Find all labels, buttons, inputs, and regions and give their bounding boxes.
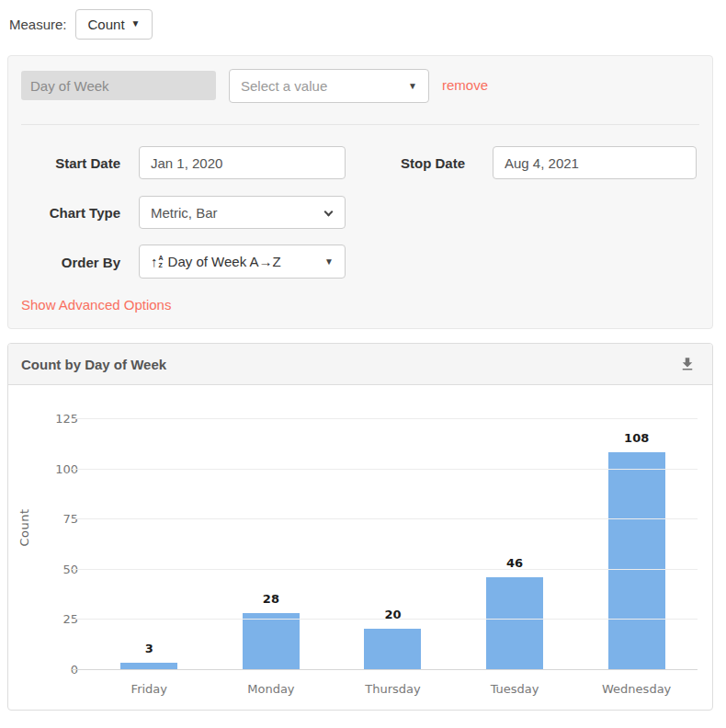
dropdown-arrow-icon: ▼ xyxy=(324,256,334,267)
bar-wednesday xyxy=(608,452,665,669)
y-ticks: 0255075100125 xyxy=(8,418,78,669)
bar-slot-friday: 3 xyxy=(88,418,210,669)
filter-panel: Select a value ▼ remove Start Date Stop … xyxy=(7,55,713,329)
gridline-100 xyxy=(72,469,698,470)
bar-value-label-tuesday: 46 xyxy=(506,556,523,570)
chart-title: Count by Day of Week xyxy=(21,357,166,372)
bar-thursday xyxy=(364,629,421,669)
caret-down-icon: ▼ xyxy=(131,19,141,28)
remove-filter-link[interactable]: remove xyxy=(442,77,488,93)
measure-dropdown-button[interactable]: Count ▼ xyxy=(75,9,153,40)
divider xyxy=(21,124,699,125)
chart-type-select[interactable]: Metric, Bar xyxy=(139,196,346,229)
measure-dropdown-value: Count xyxy=(88,17,125,32)
gridline-25 xyxy=(72,619,698,620)
bar-slot-wednesday: 108 xyxy=(575,418,698,669)
plot-area: 3282046108 xyxy=(88,418,698,669)
x-axis-label-monday: Monday xyxy=(210,682,333,697)
chevron-down-icon xyxy=(324,208,334,217)
gridline-50 xyxy=(72,569,698,570)
chart-panel: Count by Day of Week Count 0255075100125… xyxy=(7,343,713,711)
chart-body: Count 0255075100125 3282046108 FridayMon… xyxy=(8,385,712,710)
sort-alpha-ascending-icon: ↑ A Z xyxy=(151,255,164,268)
bar-value-label-monday: 28 xyxy=(263,592,279,606)
gridline-75 xyxy=(72,518,698,519)
chart-header: Count by Day of Week xyxy=(8,344,712,385)
bar-tuesday xyxy=(486,577,543,669)
bar-slot-tuesday: 46 xyxy=(454,418,576,669)
measure-label: Measure: xyxy=(9,17,67,32)
order-by-label: Order By xyxy=(21,255,120,270)
x-axis-label-friday: Friday xyxy=(88,682,210,697)
order-by-select[interactable]: ↑ A Z Day of Week A→Z ▼ xyxy=(139,245,346,279)
show-advanced-options-link[interactable]: Show Advanced Options xyxy=(21,297,171,313)
stop-date-input[interactable] xyxy=(493,146,697,179)
page: Measure: Count ▼ Select a value ▼ remove… xyxy=(0,0,726,728)
x-axis-label-wednesday: Wednesday xyxy=(575,682,698,697)
measure-row: Measure: Count ▼ xyxy=(9,7,153,40)
stop-date-label: Stop Date xyxy=(367,155,465,171)
filter-field-input[interactable] xyxy=(21,71,216,100)
start-date-label: Start Date xyxy=(21,155,120,171)
x-axis-label-tuesday: Tuesday xyxy=(454,682,576,697)
bar-value-label-wednesday: 108 xyxy=(624,431,649,445)
filter-value-placeholder: Select a value xyxy=(241,78,327,94)
filter-value-select[interactable]: Select a value ▼ xyxy=(229,69,429,103)
download-button[interactable] xyxy=(675,352,699,376)
bar-value-label-friday: 3 xyxy=(145,642,153,655)
bar-slot-thursday: 20 xyxy=(332,418,454,669)
x-axis-label-thursday: Thursday xyxy=(332,682,454,697)
chart-type-value: Metric, Bar xyxy=(151,205,218,221)
dropdown-arrow-icon: ▼ xyxy=(408,81,417,91)
bar-slots: 3282046108 xyxy=(88,418,698,669)
download-icon xyxy=(679,356,696,372)
chart-type-label: Chart Type xyxy=(21,205,120,221)
bar-monday xyxy=(243,613,300,669)
order-by-value: Day of Week A→Z xyxy=(168,254,281,269)
bar-slot-monday: 28 xyxy=(210,418,333,669)
gridline-125 xyxy=(72,418,698,419)
start-date-input[interactable] xyxy=(139,146,346,179)
x-labels: FridayMondayThursdayTuesdayWednesday xyxy=(88,682,698,697)
gridline-0 xyxy=(72,669,698,670)
